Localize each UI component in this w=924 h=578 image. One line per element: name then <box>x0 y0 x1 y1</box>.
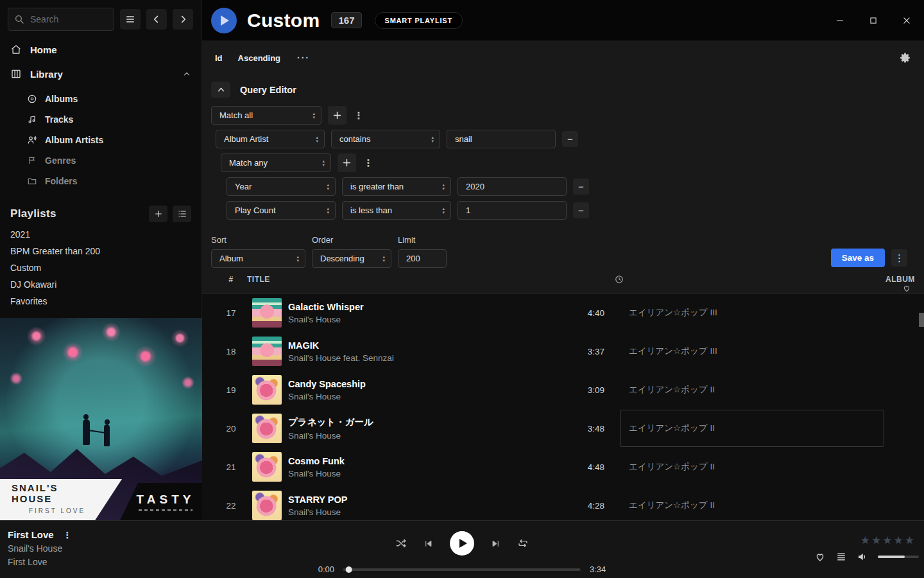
star-icon[interactable]: ★ <box>905 534 914 547</box>
rule-value-input[interactable] <box>458 177 567 196</box>
sidebar-item-home[interactable]: Home <box>0 37 201 62</box>
sidebar-item-folders[interactable]: Folders <box>0 171 201 191</box>
match-type-select[interactable]: Match any ▴▾ <box>221 153 331 172</box>
rule-value-input[interactable] <box>458 201 567 220</box>
volume-icon[interactable] <box>857 551 868 563</box>
menu-button[interactable] <box>120 9 141 30</box>
album-art-thumbnail[interactable] <box>252 452 282 482</box>
sort-field-button[interactable]: Id <box>215 53 223 63</box>
queue-icon[interactable] <box>835 551 847 563</box>
add-rule-button[interactable] <box>338 153 356 172</box>
next-track-icon[interactable] <box>491 539 501 548</box>
rule-operator-select[interactable]: is greater than ▴▾ <box>342 177 451 196</box>
star-icon[interactable]: ★ <box>860 534 870 547</box>
remove-rule-button[interactable]: − <box>562 131 578 147</box>
select-stepper-icon: ▴▾ <box>437 183 445 191</box>
rule-field-select[interactable]: Album Artist ▴▾ <box>216 130 325 148</box>
column-index[interactable]: # <box>215 275 247 284</box>
add-playlist-button[interactable] <box>149 206 167 222</box>
add-rule-button[interactable] <box>328 106 346 125</box>
rule-operator-select[interactable]: contains ▴▾ <box>331 130 440 148</box>
column-favorite[interactable] <box>886 284 911 293</box>
track-album[interactable]: エイリアン☆ポップ III <box>629 293 886 332</box>
now-playing-menu-button[interactable]: ⋮ <box>63 530 72 540</box>
seek-thumb[interactable] <box>346 566 352 573</box>
rule-value-input[interactable] <box>447 130 556 148</box>
window-minimize-button[interactable] <box>833 13 847 28</box>
collapse-query-editor-button[interactable] <box>211 82 230 98</box>
limit-input[interactable] <box>398 249 447 268</box>
vertical-scrollbar[interactable] <box>919 313 924 327</box>
library-item-label: Genres <box>45 155 76 166</box>
play-button[interactable] <box>450 531 474 556</box>
play-playlist-button[interactable] <box>211 8 237 33</box>
sort-direction-button[interactable]: Ascending <box>238 53 280 63</box>
playlist-item[interactable]: 2021 <box>0 226 201 243</box>
track-artist: Snail's House <box>288 392 554 401</box>
playlist-item[interactable]: BPM Greater than 200 <box>0 243 201 259</box>
remove-rule-button[interactable]: − <box>573 202 589 218</box>
table-row[interactable]: 17Galactic WhisperSnail's House4:40エイリアン… <box>202 293 924 332</box>
chevron-up-icon[interactable] <box>182 69 191 78</box>
order-select[interactable]: Descending ▴▾ <box>312 249 391 268</box>
seek-bar[interactable] <box>343 568 581 571</box>
track-album[interactable]: エイリアン☆ポップ II <box>629 448 886 486</box>
rule-field-select[interactable]: Play Count ▴▾ <box>227 201 336 220</box>
window-close-button[interactable] <box>900 13 914 28</box>
nav-forward-button[interactable] <box>173 9 193 30</box>
playlist-item[interactable]: Favorites <box>0 293 201 310</box>
rating-stars[interactable]: ★★★★★ <box>860 534 914 547</box>
sort-select[interactable]: Album ▴▾ <box>211 249 305 268</box>
track-album[interactable]: エイリアン☆ポップ II <box>620 410 884 447</box>
star-icon[interactable]: ★ <box>882 534 892 547</box>
now-playing-cover-art[interactable]: SNAIL'S HOUSE FIRST LOVE TASTY <box>0 318 202 520</box>
save-menu-button[interactable]: ⋮ <box>891 249 907 267</box>
sidebar-item-library[interactable]: Library <box>0 62 201 86</box>
sidebar-item-genres[interactable]: Genres <box>0 150 201 171</box>
window-maximize-button[interactable] <box>866 13 880 28</box>
previous-track-icon[interactable] <box>424 539 433 548</box>
match-type-select[interactable]: Match all ▴▾ <box>211 106 321 125</box>
rule-field-select[interactable]: Year ▴▾ <box>227 177 336 196</box>
favorite-heart-icon[interactable] <box>814 551 826 563</box>
playlist-item[interactable]: DJ Okawari <box>0 276 201 293</box>
track-album[interactable]: エイリアン☆ポップ II <box>629 486 886 520</box>
sidebar-item-album-artists[interactable]: Album Artists <box>0 130 201 150</box>
table-row[interactable]: 21Cosmo FunkSnail's House4:48エイリアン☆ポップ I… <box>202 448 924 486</box>
repeat-icon[interactable] <box>517 538 529 549</box>
album-art-thumbnail[interactable] <box>252 491 282 520</box>
star-icon[interactable]: ★ <box>894 534 903 547</box>
shuffle-icon[interactable] <box>395 538 407 549</box>
playlist-item[interactable]: Custom <box>0 259 201 276</box>
column-duration[interactable] <box>606 275 629 284</box>
cover-artist-name: SNAIL'S HOUSE <box>12 482 103 504</box>
table-row[interactable]: 22STARRY POPSnail's House4:28エイリアン☆ポップ I… <box>202 486 924 520</box>
remove-rule-button[interactable]: − <box>573 179 589 195</box>
save-as-button[interactable]: Save as <box>831 249 885 267</box>
column-title[interactable]: TITLE <box>247 275 554 284</box>
rule-group-menu-button[interactable]: ⋮ <box>363 157 374 169</box>
nav-back-button[interactable] <box>146 9 167 30</box>
playlist-list-button[interactable] <box>173 206 191 222</box>
album-art-thumbnail[interactable] <box>252 298 282 328</box>
album-art-thumbnail[interactable] <box>252 414 282 443</box>
sidebar-item-albums[interactable]: Albums <box>0 89 201 109</box>
table-row[interactable]: 18MAGIKSnail's House feat. Sennzai3:37エイ… <box>202 332 924 371</box>
rule-group-menu-button[interactable]: ⋮ <box>353 110 364 121</box>
table-row[interactable]: 20プラネット・ガールSnail's House3:48エイリアン☆ポップ II <box>202 409 924 448</box>
album-art-thumbnail[interactable] <box>252 337 282 366</box>
star-icon[interactable]: ★ <box>871 534 881 547</box>
gear-icon[interactable] <box>900 52 911 64</box>
column-album[interactable]: ALBUM <box>886 275 911 284</box>
more-options-button[interactable]: ··· <box>297 53 310 63</box>
volume-slider[interactable] <box>878 556 919 558</box>
track-album[interactable]: エイリアン☆ポップ II <box>629 371 886 409</box>
now-playing-info: First Love ⋮ Snail's House First Love <box>8 529 72 567</box>
album-art-thumbnail[interactable] <box>252 375 282 405</box>
track-album[interactable]: エイリアン☆ポップ III <box>629 332 886 371</box>
track-title: Candy Spaceship <box>288 379 554 389</box>
rule-operator-select[interactable]: is less than ▴▾ <box>342 201 451 220</box>
table-row[interactable]: 19Candy SpaceshipSnail's House3:09エイリアン☆… <box>202 371 924 409</box>
sidebar-item-tracks[interactable]: Tracks <box>0 109 201 130</box>
rule-operator-value: is less than <box>350 206 392 215</box>
